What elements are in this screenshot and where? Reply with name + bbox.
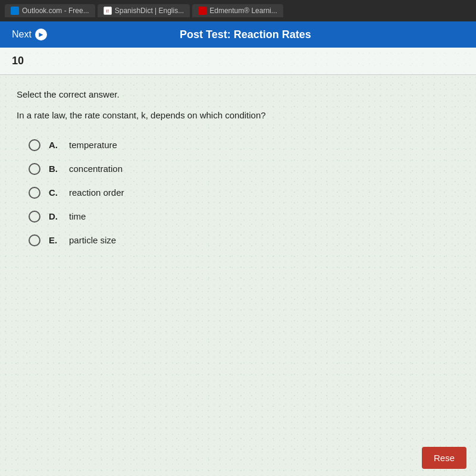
content-wrapper: 10 Select the correct answer. In a rate …: [0, 48, 476, 476]
reset-button[interactable]: Rese: [422, 447, 466, 469]
choice-b-label: B.: [49, 164, 61, 174]
radio-c[interactable]: [29, 187, 40, 199]
spanish-favicon: i!: [104, 7, 112, 15]
choice-a-text: temperature: [69, 140, 117, 150]
tab-spanish[interactable]: i! SpanishDict | Englis...: [98, 4, 190, 17]
choice-e[interactable]: E. particle size: [29, 234, 459, 246]
choice-a-label: A.: [49, 140, 61, 150]
choice-c-label: C.: [49, 187, 61, 198]
app-toolbar: Next ► Post Test: Reaction Rates: [0, 21, 476, 48]
choice-e-text: particle size: [69, 235, 116, 245]
choice-b-text: concentration: [69, 164, 123, 174]
choice-d-text: time: [69, 211, 86, 221]
radio-a[interactable]: [29, 139, 40, 151]
edmentum-favicon: [198, 7, 206, 15]
toolbar-title: Post Test: Reaction Rates: [58, 29, 469, 41]
choice-d-label: D.: [49, 211, 61, 221]
browser-tab-bar: Outlook.com - Free... i! SpanishDict | E…: [0, 0, 476, 21]
tab-outlook[interactable]: Outlook.com - Free...: [5, 4, 95, 17]
answer-choices: A. temperature B. concentration C. react…: [17, 139, 459, 246]
main-content: 10 Select the correct answer. In a rate …: [0, 48, 476, 476]
radio-e[interactable]: [29, 234, 40, 246]
tab-edmentum-label: Edmentum® Learni...: [209, 7, 277, 15]
next-arrow-icon: ►: [35, 29, 47, 40]
question-text: In a rate law, the rate constant, k, dep…: [17, 109, 459, 123]
radio-b[interactable]: [29, 163, 40, 175]
question-number: 10: [12, 55, 24, 67]
choice-e-label: E.: [49, 235, 61, 245]
choice-a[interactable]: A. temperature: [29, 139, 459, 151]
choice-c-text: reaction order: [69, 187, 124, 198]
radio-d[interactable]: [29, 211, 40, 223]
question-body: Select the correct answer. In a rate law…: [0, 75, 476, 261]
choice-c[interactable]: C. reaction order: [29, 187, 459, 199]
tab-outlook-label: Outlook.com - Free...: [22, 7, 89, 15]
tab-spanish-label: SpanishDict | Englis...: [115, 7, 184, 15]
bottom-bar: Rese: [412, 440, 476, 476]
outlook-favicon: [11, 7, 19, 15]
instruction-text: Select the correct answer.: [17, 89, 459, 99]
next-button[interactable]: Next ►: [7, 26, 52, 43]
question-number-bar: 10: [0, 48, 476, 75]
choice-b[interactable]: B. concentration: [29, 163, 459, 175]
next-label: Next: [12, 29, 32, 40]
choice-d[interactable]: D. time: [29, 211, 459, 223]
tab-edmentum[interactable]: Edmentum® Learni...: [192, 4, 283, 17]
